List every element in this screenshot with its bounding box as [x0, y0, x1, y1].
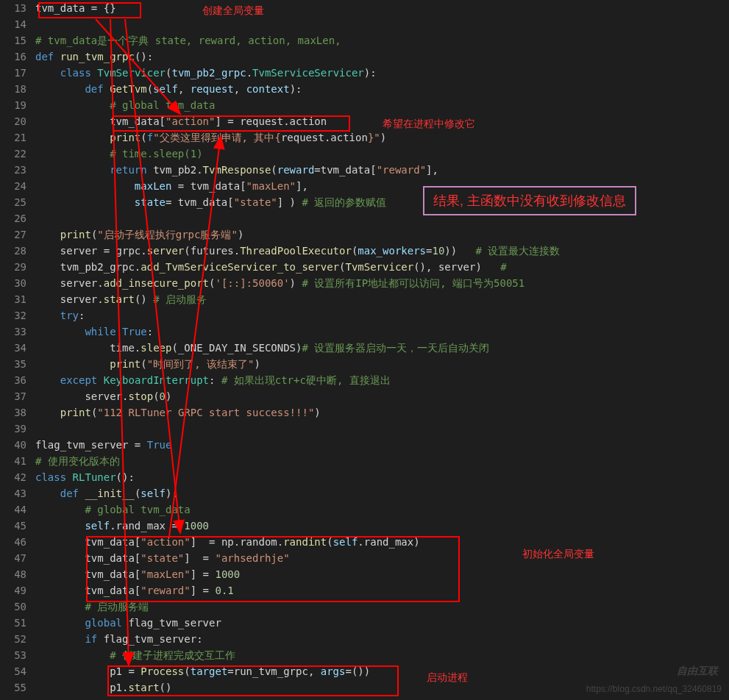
code-content[interactable]: tvm_data = {}: [35, 0, 729, 16]
code-content[interactable]: global flag_tvm_server: [35, 615, 729, 631]
code-line[interactable]: 25 state= tvm_data["state"] ) # 返回的参数赋值: [0, 194, 729, 210]
code-content[interactable]: server.add_insecure_port('[::]:50060') #…: [35, 275, 729, 291]
code-line[interactable]: 38 print("112 RLTuner GRPC start success…: [0, 404, 729, 421]
code-content[interactable]: if flag_tvm_server:: [35, 631, 729, 647]
code-content[interactable]: # 创建子进程完成交互工作: [35, 647, 729, 663]
code-line[interactable]: 41# 使用变化版本的: [0, 453, 729, 469]
code-line[interactable]: 50 # 启动服务端: [0, 599, 729, 615]
code-content[interactable]: def run_tvm_grpc():: [35, 49, 729, 65]
code-editor[interactable]: 13tvm_data = {}1415# tvm_data是一个字典 state…: [0, 0, 729, 696]
line-number: 43: [0, 485, 35, 501]
url-watermark: https://blog.csdn.net/qq_32460819: [586, 684, 722, 694]
code-content[interactable]: self.rand_max = 1000: [35, 518, 729, 534]
code-line[interactable]: 15# tvm_data是一个字典 state, reward, action,…: [0, 32, 729, 49]
code-content[interactable]: class TvmServicer(tvm_pb2_grpc.TvmServic…: [35, 65, 729, 81]
code-content[interactable]: tvm_pb2_grpc.add_TvmServiceServicer_to_s…: [35, 259, 729, 275]
code-line[interactable]: 34 time.sleep(_ONE_DAY_IN_SECONDS)# 设置服务…: [0, 340, 729, 356]
code-content[interactable]: tvm_data["maxLen"] = 1000: [35, 566, 729, 582]
code-line[interactable]: 32 try:: [0, 307, 729, 324]
code-line[interactable]: 39: [0, 421, 729, 437]
line-number: 52: [0, 631, 35, 647]
code-line[interactable]: 19 # global tvm_data: [0, 97, 729, 113]
line-number: 40: [0, 437, 35, 453]
code-content[interactable]: server.stop(0): [35, 388, 729, 404]
code-line[interactable]: 18 def GetTvm(self, request, context):: [0, 81, 729, 97]
code-line[interactable]: 23 return tvm_pb2.TvmResponse(reward=tvm…: [0, 162, 729, 178]
code-line[interactable]: 37 server.stop(0): [0, 388, 729, 404]
code-content[interactable]: def __init__(self):: [35, 485, 729, 501]
line-number: 24: [0, 178, 35, 194]
code-line[interactable]: 51 global flag_tvm_server: [0, 615, 729, 631]
code-line[interactable]: 14: [0, 16, 729, 32]
code-content[interactable]: class RLTuner():: [35, 469, 729, 485]
line-number: 49: [0, 582, 35, 599]
code-content[interactable]: [35, 210, 729, 226]
code-content[interactable]: print("时间到了, 该结束了"): [35, 356, 729, 372]
code-content[interactable]: tvm_data["action"] = request.action: [35, 113, 729, 129]
code-content[interactable]: return tvm_pb2.TvmResponse(reward=tvm_da…: [35, 162, 729, 178]
code-content[interactable]: maxLen = tvm_data["maxLen"],: [35, 178, 729, 194]
code-line[interactable]: 44 # global tvm_data: [0, 501, 729, 518]
line-number: 42: [0, 469, 35, 485]
code-line[interactable]: 21 print(f"父类这里得到申请, 其中{request.action}"…: [0, 129, 729, 146]
code-line[interactable]: 17 class TvmServicer(tvm_pb2_grpc.TvmSer…: [0, 65, 729, 81]
line-number: 20: [0, 113, 35, 129]
code-line[interactable]: 36 except KeyboardInterrupt: # 如果出现ctr+c…: [0, 372, 729, 388]
code-content[interactable]: state= tvm_data["state"] ) # 返回的参数赋值: [35, 194, 729, 210]
code-line[interactable]: 28 server = grpc.server(futures.ThreadPo…: [0, 243, 729, 259]
code-line[interactable]: 43 def __init__(self):: [0, 485, 729, 501]
code-content[interactable]: tvm_data["reward"] = 0.1: [35, 582, 729, 599]
code-line[interactable]: 22 # time.sleep(1): [0, 146, 729, 162]
code-line[interactable]: 49 tvm_data["reward"] = 0.1: [0, 582, 729, 599]
code-content[interactable]: # global tvm_data: [35, 97, 729, 113]
code-line[interactable]: 30 server.add_insecure_port('[::]:50060'…: [0, 275, 729, 291]
line-number: 28: [0, 243, 35, 259]
code-content[interactable]: tvm_data["state"] = "arhsedrhje": [35, 550, 729, 566]
code-line[interactable]: 13tvm_data = {}: [0, 0, 729, 16]
code-content[interactable]: p1 = Process(target=run_tvm_grpc, args=(…: [35, 663, 729, 679]
code-line[interactable]: 46 tvm_data["action"] = np.random.randin…: [0, 534, 729, 550]
code-line[interactable]: 48 tvm_data["maxLen"] = 1000: [0, 566, 729, 582]
code-content[interactable]: [35, 421, 729, 437]
code-line[interactable]: 47 tvm_data["state"] = "arhsedrhje": [0, 550, 729, 566]
code-line[interactable]: 31 server.start() # 启动服务: [0, 291, 729, 307]
code-line[interactable]: 27 print("启动子线程执行grpc服务端"): [0, 226, 729, 243]
code-content[interactable]: tvm_data["action"] = np.random.randint(s…: [35, 534, 729, 550]
line-number: 46: [0, 534, 35, 550]
line-number: 25: [0, 194, 35, 210]
code-line[interactable]: 40flag_tvm_server = True: [0, 437, 729, 453]
code-content[interactable]: print("启动子线程执行grpc服务端"): [35, 226, 729, 243]
code-content[interactable]: print(f"父类这里得到申请, 其中{request.action}"): [35, 129, 729, 146]
line-number: 26: [0, 210, 35, 226]
code-content[interactable]: try:: [35, 307, 729, 324]
code-line[interactable]: 26: [0, 210, 729, 226]
code-content[interactable]: [35, 16, 729, 32]
code-line[interactable]: 42class RLTuner():: [0, 469, 729, 485]
code-content[interactable]: # time.sleep(1): [35, 146, 729, 162]
code-content[interactable]: # 启动服务端: [35, 599, 729, 615]
code-line[interactable]: 53 # 创建子进程完成交互工作: [0, 647, 729, 663]
code-content[interactable]: server = grpc.server(futures.ThreadPoolE…: [35, 243, 729, 259]
code-line[interactable]: 20 tvm_data["action"] = request.action: [0, 113, 729, 129]
code-line[interactable]: 54 p1 = Process(target=run_tvm_grpc, arg…: [0, 663, 729, 679]
code-content[interactable]: # tvm_data是一个字典 state, reward, action, m…: [35, 32, 729, 49]
code-content[interactable]: except KeyboardInterrupt: # 如果出现ctr+c硬中断…: [35, 372, 729, 388]
code-content[interactable]: flag_tvm_server = True: [35, 437, 729, 453]
code-line[interactable]: 45 self.rand_max = 1000: [0, 518, 729, 534]
code-content[interactable]: # global tvm_data: [35, 501, 729, 518]
code-line[interactable]: 16def run_tvm_grpc():: [0, 49, 729, 65]
code-content[interactable]: while True:: [35, 324, 729, 340]
code-content[interactable]: time.sleep(_ONE_DAY_IN_SECONDS)# 设置服务器启动…: [35, 340, 729, 356]
code-line[interactable]: 35 print("时间到了, 该结束了"): [0, 356, 729, 372]
code-line[interactable]: 24 maxLen = tvm_data["maxLen"],: [0, 178, 729, 194]
code-content[interactable]: server.start() # 启动服务: [35, 291, 729, 307]
line-number: 36: [0, 372, 35, 388]
line-number: 31: [0, 291, 35, 307]
line-number: 22: [0, 146, 35, 162]
code-content[interactable]: def GetTvm(self, request, context):: [35, 81, 729, 97]
code-content[interactable]: print("112 RLTuner GRPC start success!!!…: [35, 404, 729, 421]
code-line[interactable]: 33 while True:: [0, 324, 729, 340]
code-line[interactable]: 52 if flag_tvm_server:: [0, 631, 729, 647]
code-content[interactable]: # 使用变化版本的: [35, 453, 729, 469]
code-line[interactable]: 29 tvm_pb2_grpc.add_TvmServiceServicer_t…: [0, 259, 729, 275]
